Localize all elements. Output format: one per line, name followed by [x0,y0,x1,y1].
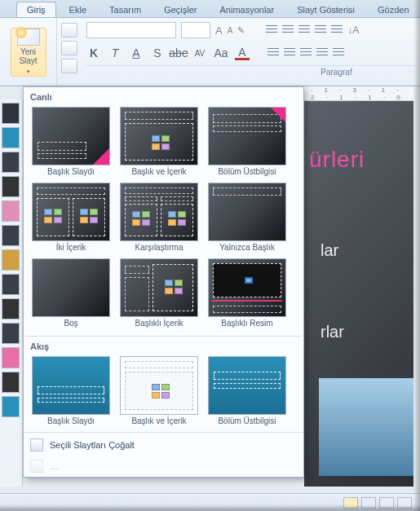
new-slide-icon [17,29,40,46]
tab-gozden[interactable]: Gözden [368,2,419,17]
ribbon-mini-column [57,18,82,86]
slide-title-fragment: ürleri [309,147,365,173]
gallery-section-akis: Akış [25,338,302,353]
bullets-icon[interactable] [266,25,277,35]
font-size-combo[interactable] [181,22,210,38]
layout-karsilastirma[interactable]: Karşılaştırma [118,181,200,253]
ribbon-tabs: Giriş Ekle Tasarım Geçişler Animasyonlar… [0,0,420,18]
menu-more-hidden[interactable]: … [24,456,303,477]
slide-text-line-1: lar [321,241,338,260]
tab-gecisler[interactable]: Geçişler [154,2,206,17]
thumbnail-slide[interactable] [2,103,20,124]
section-icon[interactable] [61,59,77,73]
text-direction-icon[interactable]: ↓A [347,24,359,36]
thumbnail-slide[interactable] [2,200,20,222]
ribbon: Yeni Slayt ▾ A A ✎ ↓A K T A [0,18,420,86]
italic-button[interactable]: T [108,46,122,60]
layout-yalnizca-baslik[interactable]: Yalnızca Başlık [206,181,288,253]
tab-ekle[interactable]: Ekle [60,2,96,17]
ribbon-group-slides: Yeni Slayt ▾ [0,18,57,86]
clear-formatting-icon[interactable]: ✎ [237,25,245,36]
line-spacing-icon[interactable] [331,25,343,35]
thumbnail-slide[interactable] [2,347,20,368]
indent-left-icon[interactable] [298,25,310,35]
grow-font-icon[interactable]: A [215,24,223,37]
align-center-icon[interactable] [284,48,295,58]
view-reading-button[interactable] [379,497,394,509]
tab-giris[interactable]: Giriş [16,2,56,17]
strike-button[interactable]: abe [171,46,186,60]
layout-bos[interactable]: Boş [30,257,112,329]
reset-icon[interactable] [61,41,77,55]
indent-right-icon[interactable] [315,25,326,35]
status-bar [0,493,420,511]
thumbnail-slide[interactable] [2,396,20,417]
font-color-button[interactable]: A [235,46,250,60]
font-family-combo[interactable] [86,22,176,38]
underline-button[interactable]: A [129,46,144,60]
shrink-font-icon[interactable]: A [228,26,233,35]
justify-icon[interactable] [316,48,328,58]
new-slide-gallery: Canlı Başlık Slaydı Başlık ve [23,86,304,478]
new-slide-label: Yeni Slayt [11,47,46,65]
layout-baslik-ve-icerik[interactable]: Başlık ve İçerik [118,105,200,178]
layout-bolum-ustbilgisi[interactable]: Bölüm Üstbilgisi [206,105,288,178]
change-case-button[interactable]: Aa [214,46,228,60]
thumbnail-slide[interactable] [2,323,20,344]
layout-akis-baslik-slaydi[interactable]: Başlık Slaydı [30,355,112,427]
new-slide-button[interactable]: Yeni Slayt ▾ [11,28,46,77]
slide-canvas[interactable]: ürleri lar rlar [304,101,413,487]
ribbon-font-paragraph: A A ✎ ↓A K T A S abe AV Aa A [82,18,420,86]
layout-akis-baslik-ve-icerik[interactable]: Başlık ve İçerik [118,355,200,427]
thumbnail-slide[interactable] [2,127,20,148]
layout-iki-icerik[interactable]: İki İçerik [30,181,112,253]
layout-baslikli-icerik[interactable]: Başlıklı İçerik [118,257,200,329]
thumbnail-slide[interactable] [2,298,20,319]
tab-slaytgosterisi[interactable]: Slayt Gösterisi [287,2,365,17]
outline-icon [30,460,43,473]
layout-icon[interactable] [61,23,77,37]
slide-thumbnail-panel[interactable] [0,99,23,487]
align-left-icon[interactable] [267,48,279,58]
thumbnail-slide[interactable] [2,225,20,246]
tab-tasarim[interactable]: Tasarım [99,2,151,17]
view-slideshow-button[interactable] [397,497,412,509]
tab-animasyonlar[interactable]: Animasyonlar [210,2,284,17]
gallery-scroll[interactable]: Canlı Başlık Slaydı Başlık ve [24,87,303,430]
char-spacing-button[interactable]: AV [192,46,207,60]
layout-baslik-slaydi[interactable]: Başlık Slaydı [30,105,112,178]
group-label-paragraph: Paragraf [321,68,351,77]
thumbnail-slide[interactable] [2,249,20,271]
duplicate-icon [30,438,43,452]
menu-duplicate-slides[interactable]: Seçili Slaytları Çoğalt [24,434,303,456]
horizontal-ruler: 1 · 8 · 1 · 2 · 1 · 3 · 1 · 2 · 1 · 1 · … [304,86,413,101]
slide-graphic [319,378,413,476]
thumbnail-slide[interactable] [2,176,20,197]
numbering-icon[interactable] [282,25,294,35]
align-right-icon[interactable] [300,48,312,58]
columns-icon[interactable] [333,48,344,58]
thumbnail-slide[interactable] [2,152,20,173]
shadow-button[interactable]: S [150,46,165,60]
thumbnail-slide[interactable] [2,274,20,295]
gallery-section-canli: Canlı [25,89,302,104]
layout-baslikli-resim[interactable]: Başlıklı Resim [206,257,288,329]
slide-text-line-2: rlar [321,323,344,341]
view-normal-button[interactable] [343,497,358,509]
view-sorter-button[interactable] [361,497,376,509]
thumbnail-slide[interactable] [2,372,20,393]
bold-button[interactable]: K [86,46,101,60]
layout-akis-bolum-ustbilgisi[interactable]: Bölüm Üstbilgisi [206,355,288,427]
